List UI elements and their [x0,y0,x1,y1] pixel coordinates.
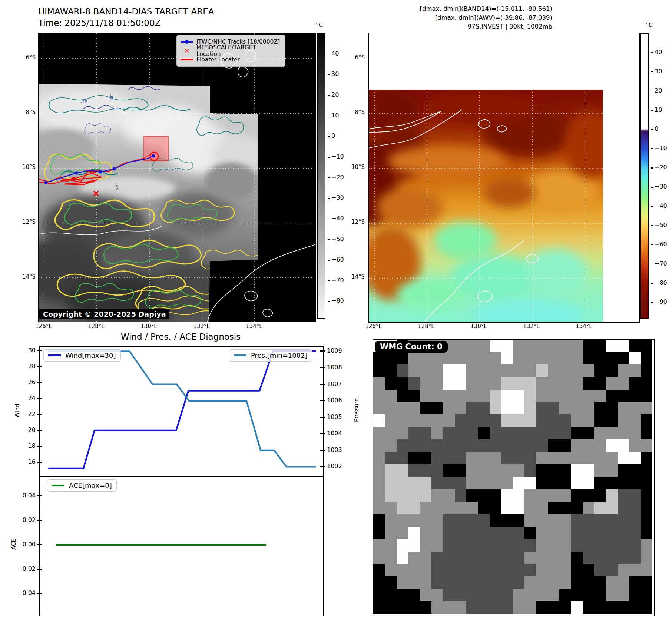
info-band14: [dmax, dmin](BAND14)=(-15.011, -90.561) [404,4,552,13]
awv-map-image [369,33,639,322]
wind-tick-label: 18 [14,442,36,449]
band14-lat-axis: 6°S8°S10°S12°S14°S [15,33,36,322]
band14-map-image [39,33,315,322]
colorbar-tick-label: −40 [331,215,344,222]
ace-legend-label: ACE[max=0] [69,482,112,489]
colorbar-tick-label: −50 [331,236,344,243]
ace-tick-label: −0.02 [14,565,36,572]
lon-tick-label: 130°E [138,323,160,330]
ace-y-axis: 0.040.020.00−0.02−0.04 [14,476,36,615]
wmg-count-badge: WMG Count: 0 [375,341,448,353]
ace-legend: ACE[max=0] [47,479,117,492]
colorbar-tick-label: −80 [331,297,344,304]
pressure-line-icon [234,354,246,356]
lat-tick-label: 8°S [344,109,365,116]
ace-line-icon [52,485,64,486]
pressure-tick-label: 1007 [327,380,342,387]
pressure-legend: Pres.[min=1002] [229,349,312,362]
colorbar-tick-label: 10 [655,106,662,113]
colorbar-tick-label: −40 [655,202,667,209]
lon-tick-label: 132°E [191,323,213,330]
wind-legend-label: Wind[max=30] [65,352,116,359]
lon-tick-label: 128°E [85,323,107,330]
colorbar-tick-label: 30 [331,70,339,77]
copyright-badge: Copyright © 2020-2025 Dapiya [39,309,169,319]
colorbar-tick-label: −60 [655,241,667,248]
awv-lon-axis: 126°E128°E130°E132°E134°E [368,323,638,331]
pressure-tick-label: 1008 [327,364,342,371]
wmg-grid-image [373,340,652,614]
wind-tick-label: 16 [14,458,36,465]
colorbar-tick-label: 20 [655,87,662,94]
lat-tick-label: 14°S [15,273,36,280]
lat-tick-label: 12°S [15,219,36,225]
colorbar-tick-label: −10 [331,153,344,160]
awv-lat-axis: 6°S8°S10°S12°S14°S [344,33,365,322]
colorbar-tick-label: 0 [655,125,658,132]
lon-tick-label: 126°E [33,323,55,330]
ace-tick-label: −0.04 [14,589,36,596]
colorbar-tick-label: −20 [655,164,667,171]
awv-colorbar-ticks: 403020100−10−20−30−40−50−60−70−80−90 [651,33,670,318]
x-marker-icon [181,47,193,54]
lon-tick-label: 134°E [573,323,595,330]
lon-tick-label: 134°E [243,323,265,330]
pressure-tick-label: 1009 [327,347,342,354]
ace-tick-label: 0.02 [14,516,36,523]
pressure-y-axis: 10091008100710061005100410031002 [322,346,344,476]
map-legend: JTWC/NHC Tracks [18/0000Z] MESOSCALE/TAR… [176,35,285,67]
wmg-panel: WMG Count: 0 [373,339,655,616]
pressure-axis-name: Pressure [353,398,360,422]
diagnosis-title: Wind / Pres. / ACE Diagnosis [39,332,322,342]
colorbar-tick-label: −70 [331,277,344,284]
lat-tick-label: 8°S [15,109,36,116]
lat-tick-label: 10°S [15,164,36,170]
colorbar-tick-label: −90 [655,298,667,305]
colorbar-unit: °C [646,21,653,29]
wind-tick-label: 26 [14,379,36,386]
wind-tick-label: 30 [14,347,36,354]
colorbar-tick-label: −70 [655,260,667,267]
pressure-tick-label: 1004 [327,430,342,437]
wind-tick-label: 20 [14,426,36,433]
wind-axis-name: Wind [14,404,21,418]
colorbar-tick-label: 20 [331,91,339,98]
colorbar-tick-label: 40 [331,50,339,57]
colorbar-tick-label: 40 [655,49,662,56]
storm-info-block: [dmax, dmin](BAND14)=(-15.011, -90.561) … [404,4,552,31]
lon-tick-label: 126°E [363,323,385,330]
pressure-tick-label: 1005 [327,413,342,420]
pressure-tick-label: 1002 [327,463,342,470]
colorbar-tick-label: −50 [655,222,667,229]
ace-tick-label: 0.04 [14,492,36,499]
info-awv: [dmax, dmin](AWV)=(-39.86, -87.039) [404,13,552,22]
legend-item-mesoscale: MESOSCALE/TARGET Location [181,46,281,55]
colorbar-tick-label: −10 [655,144,667,151]
legend-label: Floater Locater [196,56,240,63]
lat-tick-label: 6°S [15,54,36,61]
colorbar-tick-label: −30 [331,194,344,201]
ace-tick-label: 0.00 [14,541,36,548]
colorbar-tick-label: −30 [655,183,667,190]
lat-tick-label: 14°S [344,273,365,280]
wind-line-icon [48,354,61,356]
lat-tick-label: 10°S [344,164,365,170]
pressure-tick-label: 1006 [327,397,342,404]
colorbar-tick-label: 10 [331,112,339,119]
band14-map-panel: -76 -81 -54 JTWC/NHC Tracks [18/0000Z] M… [38,33,316,322]
colorbar-unit: °C [316,21,323,29]
wind-tick-label: 28 [14,363,36,370]
legend-label: MESOSCALE/TARGET Location [196,44,281,57]
red-line-icon [181,59,193,60]
band14-colorbar [317,33,325,319]
info-invest: 97S.INVEST | 30kt, 1002mb [404,22,552,31]
lon-tick-label: 128°E [415,323,437,330]
title-line-1: HIMAWARI-8 BAND14-DIAS TARGET AREA [38,6,214,17]
lat-tick-label: 12°S [344,219,365,225]
wind-line [48,351,316,468]
colorbar-tick-label: 0 [331,132,335,139]
figure-canvas: HIMAWARI-8 BAND14-DIAS TARGET AREA Time:… [0,0,672,626]
lon-tick-label: 132°E [520,323,543,330]
colorbar-tick-label: −80 [655,279,667,286]
wind-tick-label: 24 [14,394,36,402]
